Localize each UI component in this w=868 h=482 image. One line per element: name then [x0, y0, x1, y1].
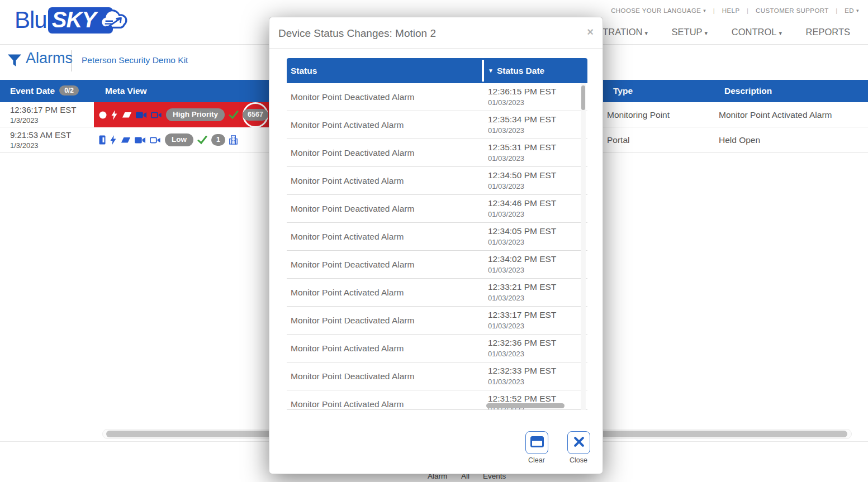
- lightning-icon[interactable]: [110, 135, 117, 145]
- status-label: Monitor Point Deactivated Alarm: [287, 204, 482, 214]
- event-count-badge[interactable]: 6567: [243, 109, 268, 121]
- status-date-cell: 12:36:15 PM EST 01/03/2023: [482, 83, 556, 111]
- status-time: 12:33:17 PM EST: [488, 310, 556, 320]
- check-icon[interactable]: [229, 111, 239, 120]
- status-label: Monitor Point Activated Alarm: [287, 343, 482, 354]
- camera-outline-icon[interactable]: [151, 111, 162, 119]
- status-row: Monitor Point Deactivated Alarm 12:33:17…: [287, 307, 587, 335]
- status-date: 01/03/2023: [488, 210, 556, 218]
- column-status[interactable]: Status: [291, 58, 317, 83]
- status-date-cell: 12:33:17 PM EST 01/03/2023: [482, 307, 556, 334]
- close-x-icon[interactable]: ×: [587, 26, 594, 37]
- status-date: 01/03/2023: [488, 98, 556, 107]
- eraser-icon[interactable]: [121, 137, 131, 144]
- nav-setup[interactable]: SETUP▾: [672, 27, 708, 37]
- camera-icon[interactable]: [135, 136, 146, 144]
- clear-icon: [530, 436, 544, 450]
- status-date: 01/03/2023: [488, 322, 556, 330]
- close-button[interactable]: [567, 431, 590, 454]
- event-time: 12:36:17 PM EST: [10, 105, 76, 114]
- status-date: 01/03/2023: [488, 294, 556, 302]
- status-row: Monitor Point Deactivated Alarm 12:36:15…: [287, 83, 587, 111]
- status-label: Monitor Point Deactivated Alarm: [287, 371, 482, 381]
- alarm-description: Monitor Point Activated Alarm: [719, 102, 832, 127]
- bluSKY-app: Blu SKY CHOOSE YOUR LANGUAGE▾ | HELP | C…: [0, 0, 868, 482]
- caret-down-icon: ▾: [703, 8, 706, 13]
- facility-context-link[interactable]: Peterson Security Demo Kit: [82, 55, 188, 65]
- column-status-date[interactable]: ▼Status Date: [488, 58, 544, 83]
- priority-badge[interactable]: Low: [165, 133, 193, 146]
- status-date-cell: 12:32:33 PM EST 01/03/2023: [482, 362, 556, 390]
- status-row: Monitor Point Deactivated Alarm 12:35:31…: [287, 139, 587, 167]
- column-divider[interactable]: [482, 60, 484, 82]
- column-divider[interactable]: [713, 161, 715, 180]
- caret-down-icon: ▾: [705, 30, 708, 36]
- status-date-cell: 12:35:34 PM EST 01/03/2023: [482, 111, 556, 139]
- filter-icon[interactable]: [8, 54, 21, 69]
- logo-text-sky: SKY: [48, 7, 113, 34]
- alarm-type: Portal: [607, 127, 630, 152]
- status-label: Monitor Point Deactivated Alarm: [287, 316, 482, 326]
- status-time: 12:35:31 PM EST: [488, 142, 556, 152]
- column-description[interactable]: Description: [724, 80, 772, 102]
- logo-text-blu: Blu: [15, 7, 47, 34]
- bluSKY-logo[interactable]: Blu SKY: [15, 7, 113, 34]
- lightning-icon[interactable]: [111, 110, 118, 120]
- status-date: 01/03/2023: [488, 378, 556, 386]
- event-count-ring[interactable]: 6567: [243, 102, 268, 128]
- building-icon[interactable]: [229, 135, 238, 145]
- dot-icon[interactable]: [99, 111, 107, 119]
- header-divider: [72, 50, 72, 71]
- help-link[interactable]: HELP: [722, 7, 740, 14]
- nav-reports[interactable]: REPORTS: [806, 27, 850, 37]
- nav-separator: |: [836, 7, 837, 14]
- nav-separator: |: [713, 7, 715, 14]
- language-menu[interactable]: CHOOSE YOUR LANGUAGE▾: [611, 7, 706, 13]
- close-button-label: Close: [562, 456, 595, 464]
- modal-vertical-scrollbar-thumb[interactable]: [581, 85, 585, 110]
- status-time: 12:31:52 PM EST: [488, 394, 556, 404]
- status-time: 12:32:33 PM EST: [488, 366, 556, 376]
- camera-outline-icon[interactable]: [150, 136, 161, 144]
- column-event-date[interactable]: Event Date0/2: [10, 80, 79, 102]
- nav-control[interactable]: CONTROL▾: [732, 27, 782, 37]
- status-date: 01/03/2023: [488, 266, 556, 274]
- alarm-description: Held Open: [719, 127, 760, 152]
- page-title: Alarms: [26, 50, 73, 67]
- column-type[interactable]: Type: [613, 80, 633, 102]
- customer-support-link[interactable]: CUSTOMER SUPPORT: [756, 7, 829, 14]
- status-row: Monitor Point Activated Alarm 12:34:05 P…: [287, 223, 587, 251]
- status-time: 12:34:05 PM EST: [488, 226, 556, 236]
- status-time: 12:35:34 PM EST: [488, 114, 556, 125]
- eraser-icon[interactable]: [122, 112, 132, 118]
- camera-icon[interactable]: [136, 111, 147, 119]
- door-icon[interactable]: [99, 135, 106, 145]
- priority-badge[interactable]: High Priority: [166, 108, 225, 121]
- clear-button-label: Clear: [520, 456, 553, 464]
- column-meta-view[interactable]: Meta View: [105, 80, 147, 102]
- status-label: Monitor Point Deactivated Alarm: [287, 260, 482, 270]
- status-time: 12:34:50 PM EST: [488, 170, 556, 180]
- status-table-body: Monitor Point Deactivated Alarm 12:36:15…: [287, 83, 587, 410]
- check-icon[interactable]: [197, 136, 207, 145]
- event-count-badge[interactable]: 1: [211, 134, 225, 146]
- device-status-modal: Device Status Changes: Motion 2 × Status…: [269, 17, 603, 474]
- status-label: Monitor Point Deactivated Alarm: [287, 148, 482, 158]
- status-label: Monitor Point Activated Alarm: [287, 120, 482, 130]
- status-date: 01/03/2023: [488, 154, 556, 163]
- modal-horizontal-scrollbar-thumb[interactable]: [486, 403, 565, 408]
- status-row: Monitor Point Deactivated Alarm 12:34:02…: [287, 251, 587, 279]
- status-label: Monitor Point Activated Alarm: [287, 232, 482, 242]
- modal-vertical-scrollbar-track[interactable]: [581, 83, 586, 410]
- user-menu[interactable]: ED▾: [845, 7, 859, 13]
- caret-down-icon: ▾: [856, 8, 859, 13]
- meta-view-cell: High Priority 6567: [94, 102, 278, 127]
- status-table-header: Status ▼Status Date: [287, 58, 587, 83]
- status-date-cell: 12:33:21 PM EST 01/03/2023: [482, 279, 556, 306]
- clear-button[interactable]: [525, 431, 548, 454]
- filter-count-badge: 0/2: [59, 85, 79, 96]
- status-row: Monitor Point Deactivated Alarm 12:34:46…: [287, 195, 587, 223]
- status-date-cell: 12:35:31 PM EST 01/03/2023: [482, 139, 556, 166]
- status-label: Monitor Point Activated Alarm: [287, 399, 482, 409]
- column-divider[interactable]: [89, 161, 91, 180]
